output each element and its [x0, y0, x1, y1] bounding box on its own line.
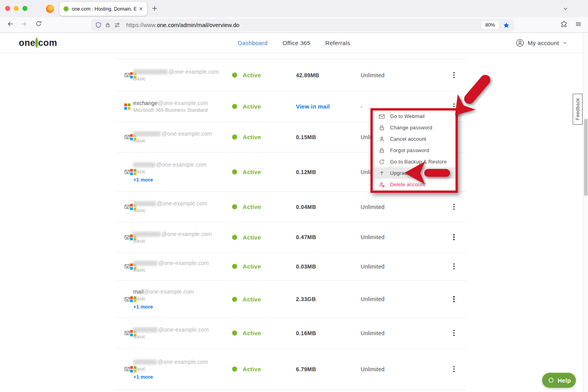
new-tab-button[interactable]: [151, 5, 158, 12]
menu-item-delete-account[interactable]: Delete account: [373, 179, 456, 190]
nav-office-365[interactable]: Office 365: [283, 40, 310, 46]
window-zoom-button[interactable]: [22, 6, 27, 11]
status-label: Active: [243, 234, 261, 241]
tab-list-chevron-icon[interactable]: [563, 6, 568, 12]
nav-dashboard[interactable]: Dashboard: [238, 40, 268, 46]
reload-button[interactable]: [35, 20, 42, 27]
chat-bubble-icon: [547, 377, 555, 384]
email-address: @one-example.com: [133, 131, 212, 137]
quota-value: Unlimited: [361, 234, 385, 240]
menu-item-label: Delete account: [390, 181, 425, 187]
tracking-shield-icon[interactable]: [95, 22, 102, 28]
usage-value: 6.79MB: [296, 366, 316, 372]
mail-account-icon: @: [124, 330, 130, 336]
lock-icon[interactable]: [105, 22, 111, 28]
forward-button[interactable]: [21, 20, 28, 27]
table-row: @ @one-example.com Basic Active 0.16MB U…: [116, 318, 466, 348]
bookmark-star-icon[interactable]: [503, 22, 510, 29]
browser-tab-bar: one.com : Hosting, Domain, Ema: [0, 0, 588, 17]
one-com-logo[interactable]: one.com: [19, 38, 57, 48]
mail-account-icon: @: [124, 296, 130, 302]
account-chevron-icon: [563, 41, 567, 45]
status-label: Active: [243, 169, 261, 175]
my-account-menu[interactable]: My account: [516, 33, 567, 53]
window-minimize-button[interactable]: [14, 6, 19, 11]
email-address: mail@one-example.com: [133, 289, 194, 295]
help-button[interactable]: Help: [542, 373, 576, 388]
menu-item-label: Forgot password: [390, 147, 429, 153]
email-address: @one-example.com: [133, 359, 208, 365]
menu-item-go-to-webmail[interactable]: Go to Webmail: [373, 111, 456, 122]
back-button[interactable]: [6, 20, 13, 27]
plan-label: Basic: [133, 169, 146, 174]
status-dot: [232, 264, 237, 269]
zoom-level-badge[interactable]: 80%: [482, 21, 499, 29]
svg-text:@: @: [126, 299, 128, 301]
more-accounts-link[interactable]: +1 more: [133, 374, 153, 380]
firefox-icon: [46, 5, 54, 13]
menu-item-go-to-backup-restore[interactable]: Go to Backup & Restore: [373, 156, 456, 167]
row-actions-button[interactable]: [451, 364, 457, 375]
plan-label: Basic: [133, 76, 146, 82]
svg-text:@: @: [126, 172, 128, 174]
svg-text:@: @: [126, 266, 128, 268]
more-accounts-link[interactable]: +1 more: [133, 177, 153, 183]
feedback-tab[interactable]: Feedback: [573, 94, 583, 125]
mail-account-icon: @: [124, 366, 130, 372]
row-actions-button[interactable]: [451, 70, 457, 81]
table-row: @ @one-example.com Basic Active 0.04MB U…: [116, 191, 466, 222]
hamburger-menu-icon[interactable]: [575, 21, 582, 27]
menu-item-cancel-account[interactable]: Cancel account: [373, 133, 456, 145]
row-actions-button[interactable]: [451, 232, 457, 243]
quota-value: Unlimited: [361, 72, 385, 78]
quota-value: Unlimited: [361, 204, 385, 210]
table-row: @ @one-example.com Basic Active 0.03MB U…: [116, 252, 466, 280]
status-label: Active: [243, 296, 261, 303]
svg-text:@: @: [126, 333, 128, 335]
url-bar[interactable]: https://www.one.com/admin/mail/overview.…: [91, 19, 514, 31]
status-dot: [232, 235, 237, 240]
permissions-icon[interactable]: [114, 22, 120, 28]
tab-close-icon[interactable]: [139, 7, 143, 11]
usage-value: 0.15MB: [296, 134, 316, 140]
quota-value: Unlimited: [361, 263, 385, 270]
email-address: @one-example.com: [133, 260, 209, 266]
status-dot: [232, 134, 237, 140]
status-label: Active: [243, 134, 261, 140]
email-address: @one-example.com: [133, 327, 209, 333]
view-in-mail-link[interactable]: View in mail: [296, 103, 330, 110]
mail-account-icon: @: [124, 234, 130, 240]
quota-value: Unlimited: [361, 330, 385, 336]
site-favicon: [64, 6, 69, 11]
row-actions-button[interactable]: [451, 261, 457, 272]
menu-item-forgot-password[interactable]: Forgot password: [373, 145, 456, 156]
menu-item-label: Go to Webmail: [390, 113, 425, 119]
person-remove-icon: [379, 181, 385, 188]
more-accounts-link[interactable]: +1 more: [133, 304, 153, 310]
page-scrollbar[interactable]: [583, 33, 588, 392]
email-address: @one-example.com: [133, 69, 219, 75]
nav-referrals[interactable]: Referrals: [325, 40, 350, 46]
window-close-button[interactable]: [5, 6, 10, 11]
status-label: Active: [243, 263, 261, 270]
status-dot: [232, 330, 237, 336]
envelope-icon: [379, 113, 385, 120]
usage-value: 42.89MB: [296, 72, 319, 78]
scrollbar-thumb[interactable]: [584, 119, 588, 196]
status-label: Active: [243, 366, 261, 372]
status-label: Active: [243, 203, 261, 210]
extensions-puzzle-icon[interactable]: [561, 21, 567, 27]
browser-tab[interactable]: one.com : Hosting, Domain, Ema: [60, 2, 147, 16]
row-actions-button[interactable]: [451, 328, 457, 339]
redacted-text: [133, 201, 156, 206]
menu-item-upgrade[interactable]: Upgrade: [373, 167, 456, 179]
svg-text:@: @: [126, 369, 128, 371]
menu-item-change-password[interactable]: Change password: [373, 122, 456, 133]
row-actions-button[interactable]: [451, 201, 457, 212]
status-label: Active: [243, 72, 261, 78]
status-label: Active: [243, 330, 261, 336]
row-actions-button[interactable]: [451, 294, 457, 305]
mail-account-icon: @: [124, 134, 130, 140]
svg-text:@: @: [126, 137, 128, 139]
mail-account-icon: @: [124, 72, 130, 78]
